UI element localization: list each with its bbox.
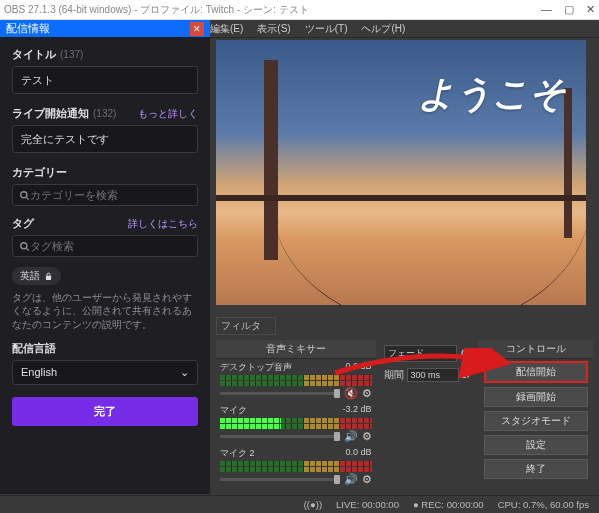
category-label: カテゴリー xyxy=(12,165,67,180)
golive-input[interactable]: 完全にテストです xyxy=(12,125,198,153)
menu-tools[interactable]: ツール(T) xyxy=(305,22,348,36)
status-rec: ● REC: 00:00:00 xyxy=(413,499,484,510)
chevron-down-icon: ⌄ xyxy=(180,366,189,379)
mixer-title: 音声ミキサー xyxy=(216,340,376,359)
stream-lang-value: English xyxy=(21,366,57,378)
stream-lang-label: 配信言語 xyxy=(12,341,56,356)
mixer-item-desktop: デスクトップ音声0.0 dB 🔇 ⚙ xyxy=(216,359,376,402)
close-icon[interactable]: ✕ xyxy=(586,3,595,16)
filters-label[interactable]: フィルタ xyxy=(216,317,276,335)
category-input[interactable] xyxy=(30,189,191,201)
tags-label: タグ xyxy=(12,216,34,231)
start-recording-button[interactable]: 録画開始 xyxy=(484,387,588,407)
status-bar: ((●)) LIVE: 00:00:00 ● REC: 00:00:00 CPU… xyxy=(0,495,599,513)
lock-icon xyxy=(44,272,53,281)
language-chip[interactable]: 英語 xyxy=(12,267,61,285)
studio-mode-button[interactable]: スタジオモード xyxy=(484,411,588,431)
controls-dock: コントロール 配信開始 録画開始 スタジオモード 設定 終了 xyxy=(478,340,593,490)
duration-label: 期間 xyxy=(384,369,404,382)
audio-meter xyxy=(220,467,372,472)
mixer-item-mic1: マイク-3.2 dB 🔊 ⚙ xyxy=(216,402,376,445)
svg-line-3 xyxy=(27,248,29,250)
speaker-icon[interactable]: 🔊 xyxy=(344,430,358,443)
golive-label: ライブ開始通知 xyxy=(12,106,89,121)
audio-meter xyxy=(220,375,372,380)
audio-meter xyxy=(220,418,372,423)
stream-lang-dropdown[interactable]: English ⌄ xyxy=(12,360,198,385)
exit-button[interactable]: 終了 xyxy=(484,459,588,479)
volume-slider[interactable] xyxy=(220,478,340,481)
title-count: (137) xyxy=(60,49,83,60)
duration-input[interactable]: 300 ms xyxy=(407,368,460,382)
svg-point-2 xyxy=(21,242,27,248)
title-label: タイトル xyxy=(12,47,56,62)
window-titlebar: OBS 27.1.3 (64-bit windows) - プロファイル: Tw… xyxy=(0,0,599,20)
done-button[interactable]: 完了 xyxy=(12,397,198,426)
category-search[interactable] xyxy=(12,184,198,206)
search-icon xyxy=(19,190,30,201)
volume-slider[interactable] xyxy=(220,435,340,438)
stream-info-panel: 配信情報 ✕ タイトル (137) テスト ライブ開始通知 (132) もっと詳… xyxy=(0,20,210,494)
menu-help[interactable]: ヘルプ(H) xyxy=(361,22,405,36)
tags-help-text: タグは、他のユーザーから発見されやすくなるように、公開されて共有されるあなたのコ… xyxy=(12,291,198,331)
stepper-icon[interactable]: ▴▾ xyxy=(462,371,470,380)
title-input[interactable]: テスト xyxy=(12,66,198,94)
gear-icon[interactable]: ⚙ xyxy=(362,430,372,443)
mixer-item-mic2: マイク 20.0 dB 🔊 ⚙ xyxy=(216,445,376,488)
search-icon xyxy=(19,241,30,252)
menu-edit[interactable]: 編集(E) xyxy=(210,22,243,36)
golive-more-link[interactable]: もっと詳しく xyxy=(138,107,198,121)
tags-search[interactable] xyxy=(12,235,198,257)
transition-select[interactable]: フェード ⌄ xyxy=(384,345,458,362)
chip-label: 英語 xyxy=(20,269,40,283)
svg-rect-4 xyxy=(46,275,51,279)
preview-area[interactable]: ようこそ xyxy=(216,40,586,305)
audio-meter xyxy=(220,424,372,429)
broadcast-icon: ((●)) xyxy=(304,499,322,510)
controls-title: コントロール xyxy=(478,340,593,359)
status-cpu: CPU: 0.7%, 60.00 fps xyxy=(498,499,589,510)
status-live: LIVE: 00:00:00 xyxy=(336,499,399,510)
speaker-icon[interactable]: 🔊 xyxy=(344,473,358,486)
panel-header: 配信情報 ✕ xyxy=(0,20,210,37)
audio-meter xyxy=(220,381,372,386)
menu-view[interactable]: 表示(S) xyxy=(257,22,290,36)
window-title: OBS 27.1.3 (64-bit windows) - プロファイル: Tw… xyxy=(4,3,309,17)
maximize-icon[interactable]: ▢ xyxy=(564,3,574,16)
gear-icon[interactable]: ⚙ xyxy=(362,387,372,400)
tags-input[interactable] xyxy=(30,240,191,252)
svg-point-0 xyxy=(21,191,27,197)
panel-close-button[interactable]: ✕ xyxy=(190,22,204,36)
gear-icon[interactable]: ⚙ xyxy=(362,473,372,486)
panel-title: 配信情報 xyxy=(6,21,50,36)
tags-more-link[interactable]: 詳しくはこちら xyxy=(128,217,198,231)
golive-count: (132) xyxy=(93,108,116,119)
speaker-muted-icon[interactable]: 🔇 xyxy=(344,387,358,400)
svg-line-1 xyxy=(27,197,29,199)
start-streaming-button[interactable]: 配信開始 xyxy=(484,361,588,383)
welcome-text: ようこそ xyxy=(418,70,566,119)
minimize-icon[interactable]: — xyxy=(541,3,552,16)
audio-meter xyxy=(220,461,372,466)
transitions-dock: フェード ⌄ ⚙ 期間 300 ms ▴▾ xyxy=(380,340,475,490)
volume-slider[interactable] xyxy=(220,392,340,395)
settings-button[interactable]: 設定 xyxy=(484,435,588,455)
gear-icon[interactable]: ⚙ xyxy=(460,347,470,360)
audio-mixer-dock: 音声ミキサー デスクトップ音声0.0 dB 🔇 ⚙ マイク-3.2 dB 🔊 xyxy=(216,340,376,490)
